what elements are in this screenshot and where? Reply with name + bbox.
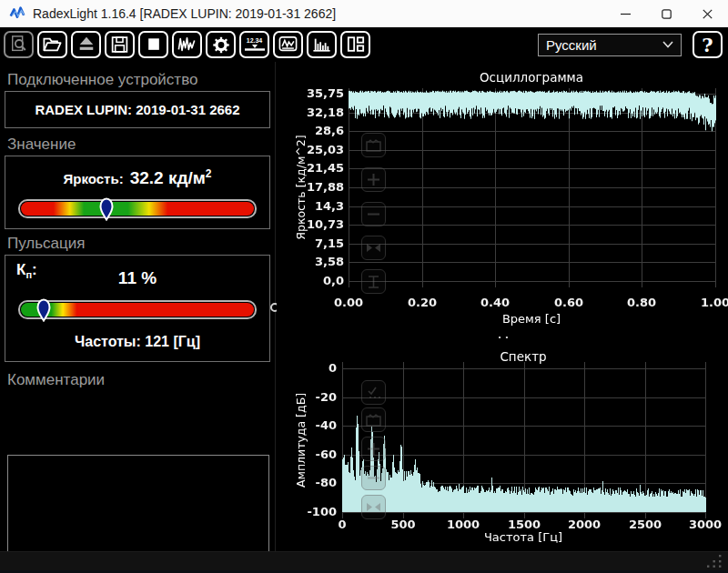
y-tick-label: 21,45 [277,161,344,175]
brightness-label: Яркость: [64,171,124,186]
y-tick-label: 0,0 [277,274,344,287]
fit-horizontal-icon [366,501,381,513]
osc-zoom-out-button[interactable] [361,202,386,226]
close-button[interactable] [687,0,728,27]
save-button[interactable] [105,31,135,58]
spectrum-title: Спектр [500,349,546,364]
spec-marks-button[interactable] [361,380,386,405]
resize-grip[interactable] [707,555,723,568]
osc-zoom-in-button[interactable] [361,167,386,192]
minimize-button[interactable] [605,0,646,27]
left-panel: Подключенное устройство RADEX LUPIN: 201… [0,62,275,552]
minus-icon [367,471,380,485]
x-tick-label: 0 [317,518,368,531]
gear-icon [211,35,231,55]
osc-fit-horizontal-button[interactable] [361,236,386,260]
minus-icon [367,207,380,221]
floppy-disk-icon [110,35,129,54]
spec-zoom-in-button[interactable] [361,437,386,461]
y-tick-label: -40 [277,418,337,432]
plus-icon [367,173,380,186]
brightness-scale-bar [18,199,257,218]
window-title: RadexLight 1.16.4 [RADEX LUPIN: 2019-01-… [33,6,336,21]
spectrum-chart: Спектр Амплитуда [дБ] Частота [Гц] 0-20-… [277,338,724,550]
x-tick-label: 1500 [499,518,550,531]
pulsation-marker-icon [36,298,51,322]
chevron-down-icon [662,41,673,48]
waveform-icon [177,35,197,54]
fit-horizontal-icon [366,242,381,254]
brightness-marker-icon [99,197,114,221]
statusbar [0,551,728,570]
osc-fit-curve-button[interactable] [361,133,386,157]
y-tick-label: 14,3 [277,199,344,213]
fit-vertical-icon [367,275,380,289]
eject-device-button[interactable] [71,31,101,58]
language-select[interactable]: Русский [538,34,682,56]
eject-icon [76,35,96,54]
x-tick-label: 2000 [559,518,610,531]
spec-fit-curve-button[interactable] [361,407,386,432]
x-tick-label: 0.20 [397,296,448,309]
stop-square-icon [145,35,163,54]
y-tick-label: 0 [277,361,337,375]
settings-button[interactable] [206,31,236,58]
y-tick-label: -60 [277,447,337,461]
spectrum-y-axis-label: Амплитуда [дБ] [294,393,308,488]
checkmark-icon [367,387,381,399]
close-icon [703,9,713,19]
comments-heading: Комментарии [7,371,105,389]
record-waveform-button[interactable] [172,31,202,58]
spec-zoom-out-button[interactable] [361,466,386,490]
connected-device-heading: Подключенное устройство [7,71,197,89]
x-tick-label: 3000 [680,518,728,531]
device-name: RADEX LUPIN: 2019-01-31 2662 [5,92,269,127]
layout-view-button[interactable] [340,31,370,58]
y-tick-label: -20 [277,390,337,404]
y-tick-label: 10,73 [277,217,344,231]
y-tick-label: 3,58 [277,255,344,268]
x-tick-label: 0.60 [543,296,594,309]
plus-icon [367,442,380,456]
spectrum-x-axis-label: Частота [Гц] [484,530,562,544]
brightness-value: 32.2 [130,168,164,187]
spectrum-view-button[interactable] [307,31,337,58]
y-tick-label: 28,6 [277,124,344,137]
minimize-icon [621,9,631,19]
open-file-button[interactable] [37,31,67,58]
value-heading: Значение [7,136,76,154]
language-value: Русский [546,37,597,53]
maximize-button[interactable] [646,0,687,27]
spec-fit-horizontal-button[interactable] [361,495,386,519]
app-window: RadexLight 1.16.4 [RADEX LUPIN: 2019-01-… [0,0,728,573]
x-tick-label: 2500 [620,518,671,531]
x-tick-label: 1.00 [690,296,728,309]
maximize-icon [662,9,672,19]
stop-button[interactable] [138,31,168,58]
y-tick-label: -100 [277,505,337,518]
open-folder-icon [42,35,63,54]
oscillogram-x-axis-label: Время [с] [502,312,561,326]
y-tick-label: 7,15 [277,236,344,250]
x-tick-label: 0.40 [470,296,521,309]
oscillogram-title: Осциллограмма [480,70,583,85]
toolbar: 12.34 [0,27,728,62]
kp-value: 11 % [5,268,269,288]
y-tick-label: 17,88 [277,180,344,194]
y-tick-label: 25,03 [277,143,344,156]
y-tick-label: 35,75 [277,86,344,100]
oscillogram-chart: Осциллограмма Яркость [кд/м^2] Время [с]… [277,64,724,337]
help-button[interactable]: ? [693,31,723,58]
value-display-view-button[interactable]: 12.34 [239,31,269,58]
oscillogram-view-button[interactable] [273,31,303,58]
app-icon [9,5,25,22]
bar-chart-icon [311,35,332,54]
pulsation-scale-bar [18,300,257,319]
x-tick-label: 0.00 [323,296,374,309]
comments-textarea[interactable] [7,455,269,557]
pulsation-box: Кп: 11 % Частоты: 121 [Гц] [5,255,270,362]
y-tick-label: -80 [277,476,337,489]
osc-fit-vertical-button[interactable] [361,269,386,294]
y-tick-label: 32,18 [277,106,344,119]
titlebar: RadexLight 1.16.4 [RADEX LUPIN: 2019-01-… [0,0,728,27]
